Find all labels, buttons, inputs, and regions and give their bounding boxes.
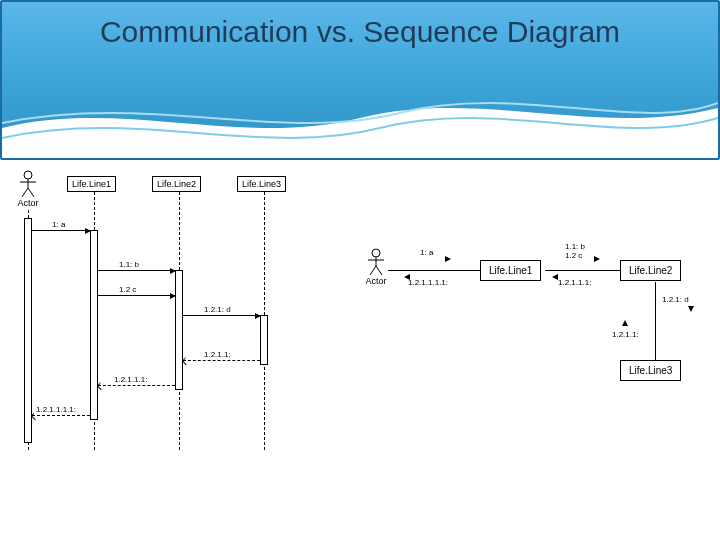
- comm-actor: Actor: [364, 248, 388, 286]
- actor-icon: [16, 170, 40, 198]
- msg-12111-label: 1.2.1.1.1:: [112, 375, 149, 384]
- svg-line-3: [22, 188, 28, 197]
- sequence-actor: Actor: [16, 170, 40, 208]
- comm-node-3: Life.Line3: [620, 360, 681, 381]
- comm-node-2: Life.Line2: [620, 260, 681, 281]
- link-actor-l1: [388, 270, 480, 271]
- msg-121-label: 1.2.1: d: [202, 305, 233, 314]
- wave-decoration: [2, 88, 718, 158]
- svg-line-8: [370, 266, 376, 275]
- link-l2-l3: [655, 282, 656, 360]
- link-actor-l1-msg1: 1: a: [420, 248, 433, 257]
- lifeline-3-activation: [260, 315, 268, 365]
- arrow-11-12: [594, 256, 600, 262]
- msg-1211: [183, 360, 260, 361]
- msg-1211-label: 1.2.1.1:: [202, 350, 233, 359]
- actor-icon: [364, 248, 388, 276]
- arrow-12111: [552, 274, 558, 280]
- actor-label: Actor: [16, 198, 40, 208]
- link-l1-l2-msgs: 1.1: b 1.2 c: [565, 242, 585, 260]
- msg-11: [98, 270, 175, 271]
- svg-line-9: [376, 266, 382, 275]
- msg-121111: [32, 415, 90, 416]
- lifeline-3-header: Life.Line3: [237, 176, 286, 192]
- link-actor-l1-msg121111: 1.2.1.1.1.1:: [408, 278, 448, 287]
- msg-12: [98, 295, 175, 296]
- arrow-121111: [404, 274, 410, 280]
- msg-11-label: 1.1: b: [117, 260, 141, 269]
- arrow-121: [688, 306, 694, 312]
- slide-title: Communication vs. Sequence Diagram: [2, 2, 718, 50]
- msg-12-label: 1.2 c: [117, 285, 138, 294]
- msg-121: [183, 315, 260, 316]
- msg-1: [32, 230, 90, 231]
- lifeline-2-header: Life.Line2: [152, 176, 201, 192]
- slide-content: Actor Life.Line1 Life.Line2 Life.Line3 1…: [0, 160, 720, 520]
- comm-node-1: Life.Line1: [480, 260, 541, 281]
- link-l2-l3-msg1211: 1.2.1.1:: [612, 330, 639, 339]
- msg-1-label: 1: a: [50, 220, 67, 229]
- comm-actor-label: Actor: [364, 276, 388, 286]
- communication-diagram: Actor Life.Line1 Life.Line2 Life.Line3 1…: [360, 220, 710, 420]
- arrow-1211: [622, 320, 628, 326]
- actor-activation: [24, 218, 32, 443]
- arrow-1: [445, 256, 451, 262]
- svg-point-5: [372, 249, 380, 257]
- sequence-diagram: Actor Life.Line1 Life.Line2 Life.Line3 1…: [12, 170, 332, 470]
- lifeline-1-activation: [90, 230, 98, 420]
- link-l1-l2: [545, 270, 620, 271]
- lifeline-2-activation: [175, 270, 183, 390]
- slide-header: Communication vs. Sequence Diagram: [0, 0, 720, 160]
- svg-line-4: [28, 188, 34, 197]
- msg-12111: [98, 385, 175, 386]
- link-l1-l2-msg12111: 1.2.1.1.1:: [558, 278, 591, 287]
- svg-point-0: [24, 171, 32, 179]
- link-l2-l3-msg121: 1.2.1: d: [662, 295, 689, 304]
- lifeline-1-header: Life.Line1: [67, 176, 116, 192]
- msg-121111-label: 1.2.1.1.1.1:: [34, 405, 78, 414]
